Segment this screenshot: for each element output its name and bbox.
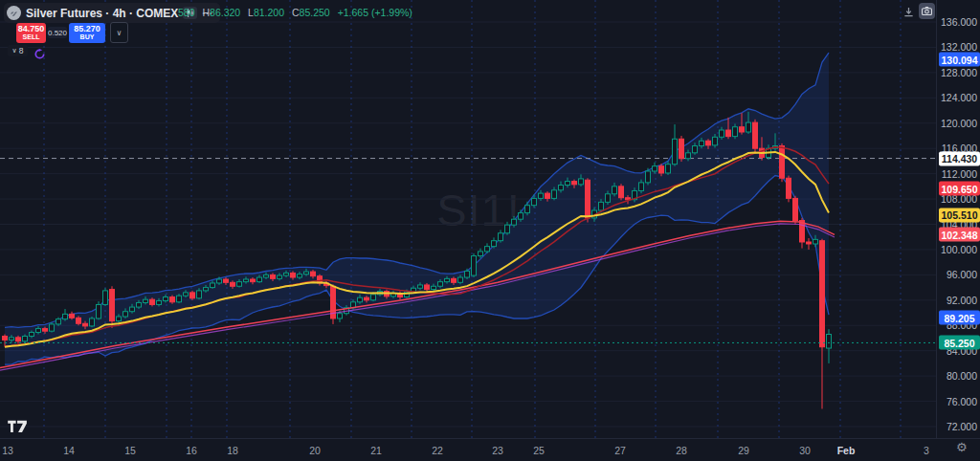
time-tick-label: 29: [738, 445, 749, 456]
price-tick-label: 80.000: [947, 370, 977, 382]
time-tick-label: 23: [492, 445, 503, 456]
price-label-chip: 109.650: [939, 182, 980, 196]
object-tree-toggle[interactable]: ∨ 8: [8, 45, 28, 56]
sync-refresh-icon[interactable]: [34, 46, 45, 63]
price-tick-label: 112.000: [942, 168, 977, 180]
settings-gear-icon[interactable]: ⚙: [956, 441, 968, 453]
symbol-title: Silver Futures · 4h · COMEX: [26, 7, 178, 20]
time-tick-label: Feb: [837, 445, 856, 456]
price-label-chip: 130.094: [939, 53, 980, 67]
time-tick-label: 3: [924, 445, 929, 456]
chart-area[interactable]: SI1!: [0, 0, 936, 438]
close-value: 85.250: [300, 7, 330, 18]
sell-button[interactable]: 84.750 SELL: [16, 23, 46, 43]
buy-price: 85.270: [74, 25, 100, 33]
price-tick-label: 72.000: [947, 421, 977, 432]
price-label-chip: 105.510: [939, 208, 980, 222]
ohlc-readout: 580 H86.320 L81.200 C85.250 +1.665 (+1.9…: [178, 7, 412, 18]
object-count: 8: [19, 46, 24, 55]
price-label-chip: 89.205: [939, 311, 980, 325]
price-tick-label: 128.000: [941, 67, 977, 78]
tradingview-logo[interactable]: [7, 418, 29, 436]
time-tick-label: 21: [370, 445, 382, 456]
sell-label: SELL: [23, 33, 40, 40]
trading-platform-window: SI1! Silver Futures · 4h · COMEX ••• 580…: [0, 0, 980, 461]
change-value: +1.665 (+1.99%): [338, 7, 412, 18]
camera-screenshot-icon[interactable]: [919, 3, 935, 19]
download-icon[interactable]: [901, 4, 916, 19]
buy-label: BUY: [80, 33, 95, 40]
high-value: 86.320: [210, 7, 240, 18]
price-tick-label: 92.000: [947, 295, 977, 306]
time-tick-label: 27: [614, 445, 626, 456]
open-value: 580: [178, 7, 195, 18]
price-tick-label: 100.000: [941, 244, 977, 255]
time-tick-label: 14: [63, 445, 75, 456]
price-tick-label: 136.000: [941, 16, 977, 28]
time-tick-label: 30: [799, 445, 811, 456]
price-tick-label: 76.000: [947, 396, 977, 407]
spread-value: 0.520: [48, 27, 67, 38]
price-axis[interactable]: 136.000132.000128.000124.000120.000116.0…: [936, 0, 980, 438]
low-value: 81.200: [254, 7, 284, 18]
price-tick-label: 120.000: [941, 118, 977, 129]
time-tick-label: 22: [432, 445, 443, 456]
time-tick-label: 18: [227, 445, 238, 456]
time-tick-label: 25: [533, 445, 545, 456]
sell-price: 84.750: [18, 25, 45, 33]
close-label: C: [292, 7, 300, 18]
silver-futures-logo-icon: [7, 6, 21, 20]
price-label-chip: 114.430: [939, 151, 980, 165]
high-label: H: [202, 7, 210, 18]
trade-panel-expand-button[interactable]: ∨: [110, 22, 128, 43]
time-tick-label: 28: [676, 445, 687, 456]
time-tick-label: 20: [309, 445, 321, 456]
price-chart-canvas[interactable]: [0, 0, 936, 438]
price-label-chip: 102.348: [939, 228, 980, 242]
time-axis[interactable]: 1314151618202122232527282930Feb3: [0, 438, 980, 461]
buy-button[interactable]: 85.270 BUY: [69, 23, 105, 43]
trade-panel: 84.750 SELL 0.520 85.270 BUY ∨: [16, 22, 128, 43]
time-tick-label: 13: [2, 445, 13, 456]
chevron-down-icon: ∨: [12, 47, 17, 55]
price-tick-label: 96.000: [947, 269, 977, 280]
time-tick-label: 15: [124, 445, 136, 456]
price-tick-label: 124.000: [941, 92, 977, 103]
time-tick-label: 16: [186, 445, 197, 456]
chevron-down-icon: ∨: [117, 29, 122, 37]
price-label-chip: 85.250: [939, 336, 980, 350]
